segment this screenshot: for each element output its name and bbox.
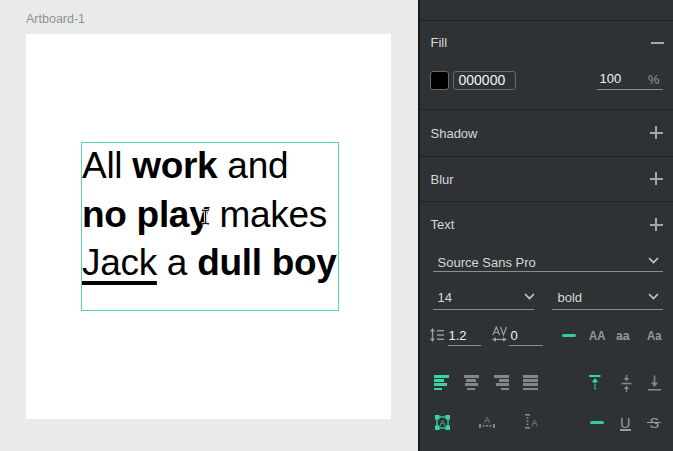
svg-text:A: A <box>439 418 445 428</box>
svg-text:A: A <box>483 415 489 425</box>
svg-text:A: A <box>531 418 537 428</box>
